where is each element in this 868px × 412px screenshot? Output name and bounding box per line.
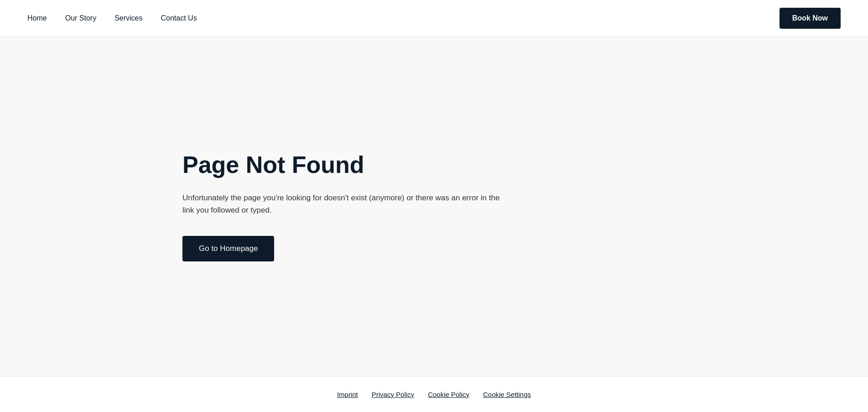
nav-our-story[interactable]: Our Story — [65, 14, 96, 22]
error-title: Page Not Found — [182, 151, 529, 179]
nav-services[interactable]: Services — [114, 14, 142, 22]
footer-cookie-policy-link[interactable]: Cookie Policy — [428, 391, 469, 398]
site-footer: Imprint Privacy Policy Cookie Policy Coo… — [0, 376, 868, 412]
error-description: Unfortunately the page you're looking fo… — [182, 192, 511, 216]
main-content: Page Not Found Unfortunately the page yo… — [0, 37, 868, 376]
go-to-homepage-button[interactable]: Go to Homepage — [182, 236, 274, 261]
site-header: Home Our Story Services Contact Us Book … — [0, 0, 868, 37]
book-now-button[interactable]: Book Now — [780, 8, 841, 29]
footer-imprint-link[interactable]: Imprint — [337, 391, 358, 398]
nav-contact-us[interactable]: Contact Us — [161, 14, 197, 22]
nav-home[interactable]: Home — [27, 14, 47, 22]
main-nav: Home Our Story Services Contact Us — [27, 14, 197, 22]
footer-cookie-settings-link[interactable]: Cookie Settings — [483, 391, 531, 398]
footer-privacy-policy-link[interactable]: Privacy Policy — [372, 391, 414, 398]
error-container: Page Not Found Unfortunately the page yo… — [182, 151, 529, 261]
